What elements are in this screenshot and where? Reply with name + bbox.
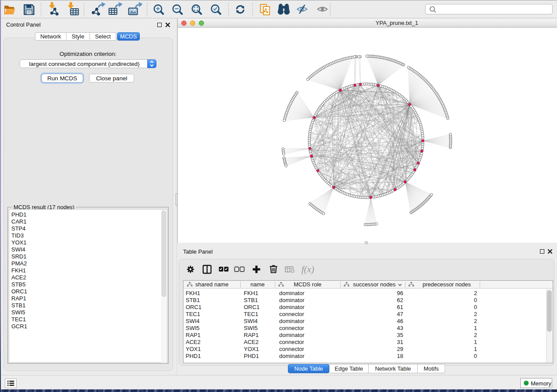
svg-text:f(x): f(x) (301, 264, 314, 275)
